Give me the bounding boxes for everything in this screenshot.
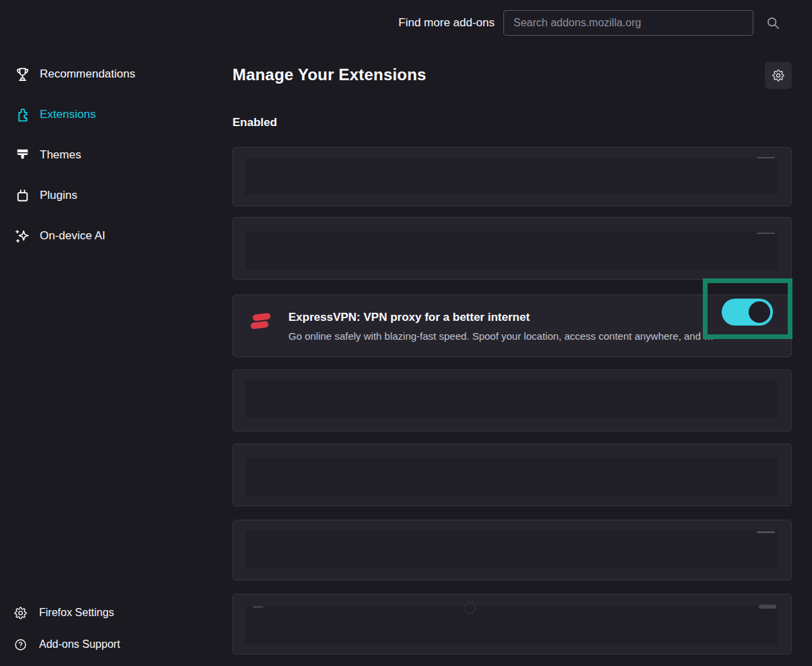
sidebar-item-on-device-ai[interactable]: On-device AI xyxy=(0,221,232,251)
paint-brush-icon xyxy=(13,146,31,164)
question-mark-icon xyxy=(13,638,28,652)
sidebar-item-recommendations[interactable]: Recommendations xyxy=(0,59,232,89)
sidebar-item-label: Extensions xyxy=(40,108,96,121)
extension-card[interactable] xyxy=(232,594,792,655)
toggle-knob xyxy=(749,301,770,323)
extension-name: ExpressVPN: VPN proxy for a better inter… xyxy=(288,311,530,324)
extension-description: Go online safely with blazing-fast speed… xyxy=(288,330,714,342)
gear-icon xyxy=(13,606,28,620)
extension-card-expressvpn[interactable]: ExpressVPN: VPN proxy for a better inter… xyxy=(232,295,792,357)
sparkle-icon xyxy=(13,227,31,245)
addon-tools-button[interactable] xyxy=(765,62,792,89)
puzzle-piece-icon xyxy=(13,106,31,123)
redacted-mark xyxy=(757,531,775,533)
enabled-section-heading: Enabled xyxy=(232,116,277,129)
redacted-content xyxy=(245,380,778,417)
redacted-mark xyxy=(253,606,263,608)
redacted-mark xyxy=(759,605,776,609)
sidebar-footer: Firefox Settings Add-ons Support xyxy=(0,601,232,665)
sidebar-item-label: Recommendations xyxy=(40,67,135,81)
extension-card[interactable] xyxy=(232,444,792,506)
sidebar-item-extensions[interactable]: Extensions xyxy=(0,100,232,129)
addons-support-label: Add-ons Support xyxy=(39,638,120,650)
firefox-settings-label: Firefox Settings xyxy=(39,607,114,619)
extensions-main-panel: Manage Your Extensions Enabled xyxy=(232,0,792,666)
redacted-content xyxy=(245,531,778,568)
category-sidebar: Recommendations Extensions Themes Plugin… xyxy=(0,59,232,262)
page-title: Manage Your Extensions xyxy=(232,65,427,84)
redacted-content xyxy=(245,232,778,270)
extension-card[interactable] xyxy=(232,369,792,431)
plug-icon xyxy=(13,187,31,204)
redacted-mark xyxy=(757,233,775,234)
firefox-settings-link[interactable]: Firefox Settings xyxy=(0,601,232,624)
extension-card[interactable] xyxy=(232,147,792,206)
redacted-mark xyxy=(464,602,476,614)
sidebar-item-themes[interactable]: Themes xyxy=(0,140,232,170)
redacted-content xyxy=(245,457,778,496)
extension-card[interactable] xyxy=(232,217,792,280)
sidebar-item-label: On-device AI xyxy=(40,229,105,243)
redacted-content xyxy=(245,606,778,644)
sidebar-item-label: Plugins xyxy=(40,189,77,202)
extension-enabled-toggle[interactable] xyxy=(722,299,773,326)
gear-icon xyxy=(772,69,785,82)
trophy-icon xyxy=(13,65,31,83)
redacted-content xyxy=(245,158,778,195)
sidebar-item-label: Themes xyxy=(40,148,81,162)
extension-card[interactable] xyxy=(232,520,792,580)
addons-support-link[interactable]: Add-ons Support xyxy=(0,633,232,656)
sidebar-item-plugins[interactable]: Plugins xyxy=(0,181,232,210)
redacted-mark xyxy=(757,157,775,158)
expressvpn-logo-icon xyxy=(249,309,273,334)
